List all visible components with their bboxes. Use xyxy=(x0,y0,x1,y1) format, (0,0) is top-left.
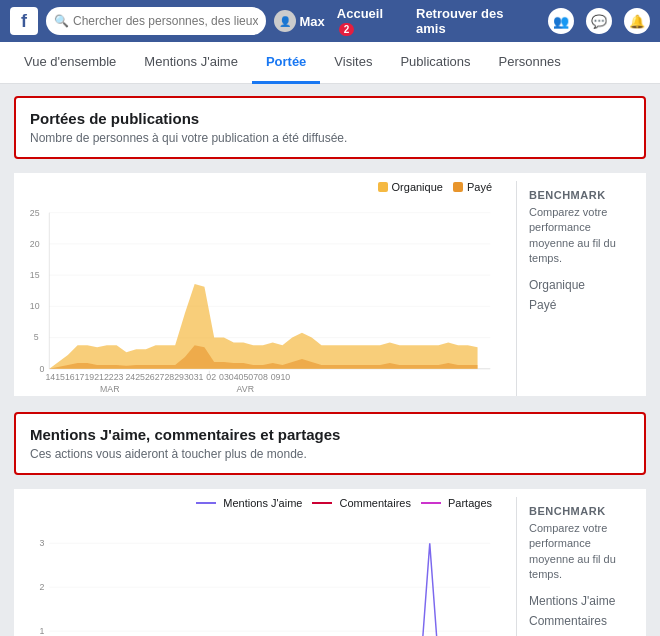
username: Max xyxy=(300,14,325,29)
svg-text:02: 02 xyxy=(206,372,216,382)
benchmark1-link-organique[interactable]: Organique xyxy=(529,275,634,295)
svg-text:04: 04 xyxy=(229,372,239,382)
svg-text:17: 17 xyxy=(75,372,85,382)
friends-icon[interactable]: 👥 xyxy=(548,8,574,34)
svg-text:14: 14 xyxy=(45,372,55,382)
legend-paye-label: Payé xyxy=(467,181,492,193)
legend-paye: Payé xyxy=(453,181,492,193)
accueil-badge: 2 xyxy=(339,23,355,36)
svg-text:3: 3 xyxy=(40,538,45,548)
nav-user[interactable]: 👤 Max xyxy=(274,10,325,32)
retrouver-link[interactable]: Retrouver des amis xyxy=(416,6,536,36)
chart1-legend: Organique Payé xyxy=(22,181,500,193)
svg-text:1: 1 xyxy=(40,626,45,636)
svg-text:15: 15 xyxy=(30,270,40,280)
search-input[interactable] xyxy=(73,14,258,28)
svg-text:08: 08 xyxy=(258,372,268,382)
mentions-subtitle: Ces actions vous aideront à toucher plus… xyxy=(30,447,630,461)
svg-text:16: 16 xyxy=(65,372,75,382)
tab-portee[interactable]: Portée xyxy=(252,43,320,84)
legend-commentaires: Commentaires xyxy=(312,497,411,509)
svg-text:24: 24 xyxy=(125,372,135,382)
benchmark1-link-paye[interactable]: Payé xyxy=(529,295,634,315)
svg-text:27: 27 xyxy=(155,372,165,382)
svg-text:2: 2 xyxy=(40,582,45,592)
svg-text:23: 23 xyxy=(114,372,124,382)
portees-title: Portées de publications xyxy=(30,110,630,127)
svg-text:22: 22 xyxy=(104,372,114,382)
legend-mentions-label: Mentions J'aime xyxy=(223,497,302,509)
svg-text:AVR: AVR xyxy=(237,384,254,394)
notifications-icon[interactable]: 🔔 xyxy=(624,8,650,34)
benchmark2-link-commentaires[interactable]: Commentaires xyxy=(529,611,634,631)
tab-publications[interactable]: Publications xyxy=(386,43,484,84)
search-bar[interactable]: 🔍 xyxy=(46,7,266,35)
benchmark2-title: BENCHMARK xyxy=(529,505,634,517)
mentions-section-card: Mentions J'aime, commentaires et partage… xyxy=(14,412,646,475)
chat-icon[interactable]: 💬 xyxy=(586,8,612,34)
svg-text:07: 07 xyxy=(248,372,258,382)
chart2-benchmark: BENCHMARK Comparez votre performance moy… xyxy=(516,497,646,636)
svg-text:10: 10 xyxy=(281,372,291,382)
svg-marker-14 xyxy=(49,284,477,369)
facebook-logo: f xyxy=(10,7,38,35)
accueil-link[interactable]: Accueil 2 xyxy=(337,6,404,36)
svg-text:25: 25 xyxy=(135,372,145,382)
chart1-container: Organique Payé 0 5 10 15 20 25 xyxy=(14,181,508,396)
svg-text:03: 03 xyxy=(219,372,229,382)
legend-partages-line xyxy=(421,502,441,504)
svg-text:15: 15 xyxy=(55,372,65,382)
legend-commentaires-line xyxy=(312,502,332,504)
svg-text:21: 21 xyxy=(94,372,104,382)
svg-text:5: 5 xyxy=(34,332,39,342)
chart1-svg: 0 5 10 15 20 25 xyxy=(22,201,500,396)
svg-text:05: 05 xyxy=(239,372,249,382)
chart2-container: Mentions J'aime Commentaires Partages 0 … xyxy=(14,497,508,636)
search-icon: 🔍 xyxy=(54,14,69,28)
benchmark1-desc: Comparez votre performance moyenne au fi… xyxy=(529,205,634,267)
portees-subtitle: Nombre de personnes à qui votre publicat… xyxy=(30,131,630,145)
benchmark2-desc: Comparez votre performance moyenne au fi… xyxy=(529,521,634,583)
chart2-wrapper: Mentions J'aime Commentaires Partages 0 … xyxy=(14,489,646,636)
main-content: Portées de publications Nombre de person… xyxy=(0,84,660,636)
svg-text:28: 28 xyxy=(164,372,174,382)
avatar: 👤 xyxy=(274,10,296,32)
svg-text:25: 25 xyxy=(30,208,40,218)
portees-section-card: Portées de publications Nombre de person… xyxy=(14,96,646,159)
svg-text:20: 20 xyxy=(30,239,40,249)
legend-organique-label: Organique xyxy=(392,181,443,193)
tab-visites[interactable]: Visites xyxy=(320,43,386,84)
chart1-benchmark: BENCHMARK Comparez votre performance moy… xyxy=(516,181,646,396)
nav-right: 👤 Max Accueil 2 Retrouver des amis 👥 💬 🔔 xyxy=(274,6,651,36)
chart2-legend: Mentions J'aime Commentaires Partages xyxy=(22,497,500,509)
chart1-wrapper: Organique Payé 0 5 10 15 20 25 xyxy=(14,173,646,396)
svg-text:29: 29 xyxy=(174,372,184,382)
legend-organique: Organique xyxy=(378,181,443,193)
legend-mentions: Mentions J'aime xyxy=(196,497,302,509)
chart2-svg: 0 1 2 3 14 15 16 xyxy=(22,517,500,636)
tab-mentions-jaime[interactable]: Mentions J'aime xyxy=(130,43,252,84)
tab-vue-ensemble[interactable]: Vue d'ensemble xyxy=(10,43,130,84)
mentions-title: Mentions J'aime, commentaires et partage… xyxy=(30,426,630,443)
legend-mentions-line xyxy=(196,502,216,504)
svg-text:31: 31 xyxy=(194,372,204,382)
benchmark2-link-partages[interactable]: Partages xyxy=(529,631,634,636)
svg-text:26: 26 xyxy=(145,372,155,382)
svg-text:MAR: MAR xyxy=(100,384,119,394)
page-tabs: Vue d'ensemble Mentions J'aime Portée Vi… xyxy=(0,42,660,84)
tab-personnes[interactable]: Personnes xyxy=(485,43,575,84)
legend-partages-label: Partages xyxy=(448,497,492,509)
legend-paye-dot xyxy=(453,182,463,192)
benchmark2-link-mentions[interactable]: Mentions J'aime xyxy=(529,591,634,611)
benchmark1-title: BENCHMARK xyxy=(529,189,634,201)
svg-text:0: 0 xyxy=(40,364,45,374)
top-navigation: f 🔍 👤 Max Accueil 2 Retrouver des amis 👥… xyxy=(0,0,660,42)
svg-text:19: 19 xyxy=(84,372,94,382)
legend-organique-dot xyxy=(378,182,388,192)
svg-text:09: 09 xyxy=(271,372,281,382)
legend-partages: Partages xyxy=(421,497,492,509)
legend-commentaires-label: Commentaires xyxy=(339,497,411,509)
svg-text:30: 30 xyxy=(184,372,194,382)
svg-text:10: 10 xyxy=(30,301,40,311)
